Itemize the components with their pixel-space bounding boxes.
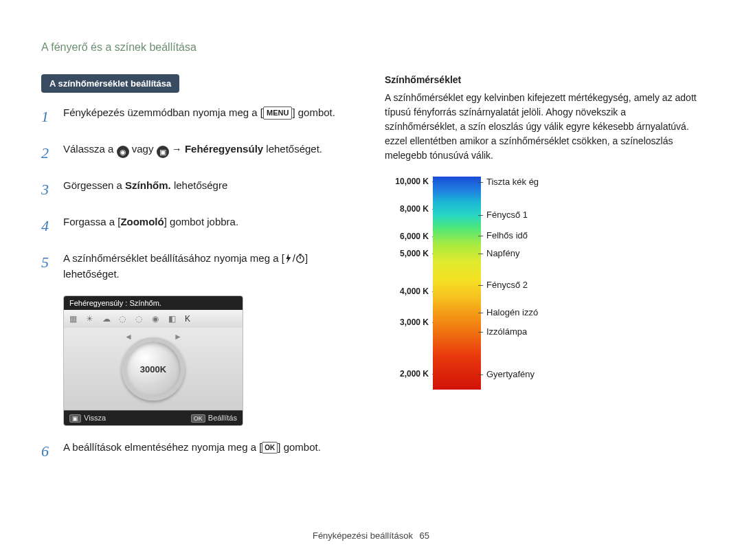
right-column: Színhőmérséklet A színhőmérséklet egy ke…	[385, 74, 701, 476]
wb-sun-icon: ☀	[86, 314, 98, 324]
kelvin-tick: 10,000 K	[395, 177, 429, 186]
kelvin-source-label: Napfény	[486, 248, 519, 258]
step-text: lehetőségre	[171, 179, 228, 191]
device-preview: Fehéregyensúly : Színhőm. ▦ ☀ ☁ ◌ ◌ ◉ ◧ …	[63, 295, 243, 426]
wb-tungsten-icon: ◉	[152, 314, 164, 324]
wb-kelvin-icon: K	[185, 314, 197, 324]
device-set[interactable]: OKBeállítás	[191, 414, 237, 423]
step-number: 5	[41, 251, 54, 282]
step-text: A színhőmérséklet beállításához nyomja m…	[63, 252, 284, 264]
page-footer: Fényképezési beállítások 65	[0, 530, 742, 541]
step-text: Forgassa a [	[63, 216, 120, 227]
right-paragraph: A színhőmérséklet egy kelvinben kifejeze…	[385, 91, 701, 163]
steps-list-2: 6 A beállítások elmentéséhez nyomja meg …	[41, 440, 357, 462]
step-text: vagy	[129, 143, 157, 155]
kelvin-source-label: Izzólámpa	[486, 326, 527, 337]
step-text: ] gombot.	[292, 107, 335, 118]
wb-custom-icon: ◧	[168, 314, 181, 324]
step-bold: Fehéregyensúly	[185, 143, 263, 155]
ok-icon: OK	[262, 442, 278, 453]
step-text: ] gombot.	[278, 441, 321, 453]
step-text: ] gombot jobbra.	[164, 216, 238, 227]
step-bold: Zoomoló	[120, 216, 164, 227]
ok-key-icon: OK	[191, 414, 205, 423]
kelvin-tick: 2,000 K	[400, 369, 429, 379]
step-2: 2 Válassza a ◉ vagy ▣ → Fehéregyensúly l…	[41, 142, 357, 164]
step-5: 5 A színhőmérséklet beállításához nyomja…	[41, 251, 357, 282]
flash-icon	[284, 254, 293, 263]
step-number: 6	[41, 440, 54, 462]
step-3: 3 Görgessen a Színhőm. lehetőségre	[41, 178, 357, 201]
step-text: Görgessen a	[63, 179, 125, 191]
device-title: Fehéregyensúly : Színhőm.	[64, 296, 243, 310]
step-bold: Színhőm.	[125, 179, 171, 191]
kelvin-dial[interactable]: 3000K	[122, 337, 185, 401]
kelvin-tick: 3,000 K	[400, 317, 429, 327]
wb-auto-icon: ▦	[69, 314, 82, 324]
step-text: lehetőséget.	[263, 143, 322, 155]
left-column: A színhőmérséklet beállítása 1 Fényképez…	[41, 74, 357, 476]
kelvin-tick: 4,000 K	[400, 287, 429, 296]
step-6: 6 A beállítások elmentéséhez nyomja meg …	[41, 440, 357, 462]
step-number: 1	[41, 105, 54, 128]
kelvin-right-labels: Tiszta kék égFénycső 1Felhős időNapfényF…	[481, 177, 563, 390]
timer-icon	[295, 254, 305, 263]
footer-section: Fényképezési beállítások	[313, 530, 413, 541]
kelvin-source-label: Felhős idő	[486, 230, 528, 240]
arrow-left-icon: ◄	[124, 332, 133, 341]
kelvin-source-label: Fénycső 2	[486, 280, 528, 290]
kelvin-source-label: Halogén izzó	[486, 307, 538, 317]
arrow-right-icon: ►	[174, 332, 182, 341]
video-icon: ▣	[157, 146, 169, 158]
step-text: →	[169, 143, 185, 155]
step-text: Fényképezés üzemmódban nyomja meg a [	[63, 107, 263, 118]
device-back-label: Vissza	[84, 414, 106, 422]
step-text: A beállítások elmentéséhez nyomja meg a …	[63, 441, 262, 453]
dial-area: ◄► 3000K	[64, 328, 243, 410]
kelvin-tick: 8,000 K	[400, 204, 429, 214]
right-heading: Színhőmérséklet	[385, 74, 701, 85]
step-number: 3	[41, 178, 54, 201]
steps-list: 1 Fényképezés üzemmódban nyomja meg a [M…	[41, 105, 357, 282]
kelvin-tick: 6,000 K	[400, 232, 429, 241]
step-4: 4 Forgassa a [Zoomoló] gombot jobbra.	[41, 214, 357, 237]
wb-fluor-icon: ◌	[119, 314, 131, 324]
spectrum-bar	[433, 177, 481, 390]
step-number: 2	[41, 142, 54, 164]
kelvin-source-label: Gyertyafény	[486, 369, 535, 379]
section-badge: A színhőmérséklet beállítása	[41, 74, 179, 93]
device-back[interactable]: ▣Vissza	[69, 414, 106, 423]
wb-icon-row: ▦ ☀ ☁ ◌ ◌ ◉ ◧ K	[64, 310, 243, 328]
back-key-icon: ▣	[69, 414, 81, 423]
kelvin-chart: 10,000 K8,000 K6,000 K5,000 K4,000 K3,00…	[385, 177, 701, 390]
wb-fluor2-icon: ◌	[135, 314, 148, 324]
kelvin-spectrum	[433, 177, 481, 390]
kelvin-source-label: Tiszta kék ég	[486, 177, 539, 187]
wb-cloud-icon: ☁	[102, 314, 115, 324]
step-1: 1 Fényképezés üzemmódban nyomja meg a [M…	[41, 105, 357, 128]
page-title: A fényerő és a színek beállítása	[41, 41, 701, 54]
camera-icon: ◉	[117, 146, 129, 158]
step-text: Válassza a	[63, 143, 117, 155]
kelvin-tick: 5,000 K	[400, 249, 429, 258]
device-set-label: Beállítás	[208, 414, 237, 422]
menu-icon: MENU	[263, 107, 292, 120]
kelvin-left-axis: 10,000 K8,000 K6,000 K5,000 K4,000 K3,00…	[385, 177, 433, 390]
step-number: 4	[41, 214, 54, 237]
kelvin-source-label: Fénycső 1	[486, 210, 528, 220]
footer-page-number: 65	[420, 530, 429, 541]
